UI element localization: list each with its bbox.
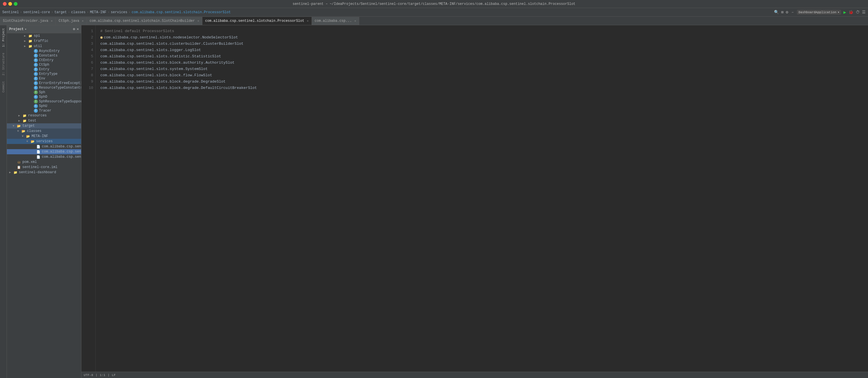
tab-label: com.alibaba.csp.sentinel.slotchain.SlotC…: [90, 19, 195, 23]
tree-item-resources[interactable]: ▶ 📁 resources: [7, 113, 81, 118]
vtab-structure[interactable]: 2: Structure: [1, 50, 6, 78]
tree-item-iml[interactable]: 📋 sentinel-core.iml: [7, 165, 81, 170]
tree-item-services[interactable]: ▼ 📂 services: [7, 139, 81, 144]
run-config[interactable]: DashboardApplication ▾: [797, 10, 841, 14]
folder-open-icon: 📂: [17, 124, 21, 128]
tree-item-resourcetypeconstants[interactable]: C ResourceTypeConstants: [7, 85, 81, 90]
close-icon[interactable]: ✕: [77, 27, 79, 31]
tree-label: sentinel-core.iml: [22, 165, 81, 169]
window-controls[interactable]: [3, 2, 18, 6]
minus-icon[interactable]: －: [790, 10, 795, 15]
tree-item-sphresourcetypesupport[interactable]: I SphResourceTypeSupport: [7, 99, 81, 104]
vtab-commit[interactable]: Commit: [1, 78, 6, 95]
tree-item-ctentry[interactable]: C CtEntry: [7, 58, 81, 62]
dropdown-icon[interactable]: ▾: [838, 10, 840, 14]
class-icon: C: [34, 72, 38, 76]
tree-item-constants[interactable]: C Constants: [7, 53, 81, 58]
expand-arrow[interactable]: ▶: [9, 171, 13, 174]
folder-open-icon: 📂: [30, 139, 35, 144]
tree-item-entrytype[interactable]: C EntryType: [7, 72, 81, 76]
tab-close-icon[interactable]: ✕: [354, 19, 356, 23]
tab-ctsph[interactable]: CtSph.java ✕: [56, 17, 87, 25]
iml-icon: 📋: [17, 165, 21, 170]
layout-icon[interactable]: ⊞: [781, 10, 783, 14]
expand-arrow[interactable]: ▶: [24, 45, 28, 48]
dropdown-icon[interactable]: ▾: [25, 28, 26, 31]
code-editor[interactable]: # Sentinel default ProcessorSlots com.al…: [96, 25, 868, 372]
tree-item-classes[interactable]: ▼ 📂 classes: [7, 128, 81, 134]
tree-item-env[interactable]: C Env: [7, 76, 81, 81]
tab-bar: SlotChainProvider.java ✕ CtSph.java ✕ co…: [0, 17, 868, 25]
debug-button[interactable]: 🐞: [848, 10, 854, 14]
tree-item-pomxml[interactable]: 🗂 pom.xml: [7, 159, 81, 165]
tab-slotchainbuilder[interactable]: com.alibaba.csp.sentinel.slotchain.SlotC…: [87, 17, 203, 25]
breadcrumb-item[interactable]: Sentinel: [2, 10, 19, 14]
tree-item-asyncentry[interactable]: C AsyncEntry: [7, 49, 81, 53]
folder-open-icon: 📂: [21, 129, 26, 133]
expand-arrow[interactable]: ▶: [18, 119, 22, 122]
expand-arrow[interactable]: ▼: [17, 129, 21, 133]
tree-item-sentinel-dashboard[interactable]: ▶ 📁 sentinel-dashboard: [7, 170, 81, 175]
breadcrumb-sep: ›: [68, 10, 70, 14]
expand-arrow[interactable]: ▼: [22, 135, 26, 138]
tree-label: ErrorEntryFreeException: [39, 81, 81, 85]
breadcrumb-item[interactable]: sentinel-core: [23, 10, 50, 14]
expand-arrow[interactable]: ▶: [24, 34, 28, 37]
interface-icon: I: [34, 99, 38, 104]
window-title: sentinel-parent – ~/IdeaProjects/Sentine…: [293, 2, 576, 6]
line-num: 4: [82, 47, 93, 53]
tree-item-target[interactable]: ▼ 📂 target: [7, 123, 81, 128]
breadcrumb-item[interactable]: classes: [71, 10, 86, 14]
minimize-button[interactable]: [8, 2, 12, 6]
gear-icon[interactable]: ⚙: [73, 27, 75, 31]
folder-icon: 📁: [13, 170, 18, 175]
tree-item-sph[interactable]: I Sph: [7, 90, 81, 95]
breadcrumb-active-item[interactable]: com.alibaba.csp.sentinel.slotchain.Proce…: [131, 10, 231, 14]
tree-item-slotchainbuilder[interactable]: 📄 com.alibaba.csp.sentinel.slotchain.Slo…: [7, 154, 81, 159]
top-toolbar: Sentinel › sentinel-core › target › clas…: [0, 8, 868, 17]
expand-arrow[interactable]: ▶: [24, 39, 28, 43]
code-line-5: com.alibaba.csp.sentinel.slots.statistic…: [100, 53, 863, 60]
tree-item-sphu[interactable]: C SphU: [7, 104, 81, 109]
maximize-button[interactable]: [14, 2, 18, 6]
settings-icon[interactable]: ⚙: [786, 10, 788, 14]
breadcrumb-item[interactable]: target: [55, 10, 67, 14]
tree-item-processorslot[interactable]: 📄 com.alibaba.csp.sentinel.slotchain.Pro…: [7, 149, 81, 154]
file-icon: 📄: [36, 149, 41, 154]
tree-label: CtEntry: [39, 58, 81, 62]
folder-icon: 📁: [28, 34, 33, 38]
tab-slotchainprovider[interactable]: SlotChainProvider.java ✕: [0, 17, 56, 25]
tree-label: services: [36, 139, 81, 143]
tab-processorslot[interactable]: com.alibaba.csp.sentinel.slotchain.Proce…: [203, 17, 312, 25]
breadcrumb-sep: ›: [87, 10, 89, 14]
tree-item-errorentryfreeexception[interactable]: C ErrorEntryFreeException: [7, 81, 81, 85]
breadcrumb-item[interactable]: services: [111, 10, 128, 14]
tree-item-metainf[interactable]: ▼ 📂 META-INF: [7, 134, 81, 139]
vtab-project[interactable]: 1: Project: [1, 25, 6, 50]
tab-close-icon[interactable]: ✕: [197, 19, 199, 23]
close-button[interactable]: [3, 2, 7, 6]
tab-close-icon[interactable]: ✕: [51, 19, 53, 23]
search-icon[interactable]: 🔍: [774, 10, 779, 14]
tree-item-initfunc[interactable]: 📄 com.alibaba.csp.sentinel.init.InitFunc: [7, 144, 81, 149]
profile-button[interactable]: ⏱: [856, 10, 860, 14]
tree-label: CtSph: [39, 63, 81, 67]
expand-arrow[interactable]: ▼: [26, 140, 30, 143]
tree-item-tracer[interactable]: C Tracer: [7, 109, 81, 113]
tree-item-entry[interactable]: C Entry: [7, 67, 81, 72]
tree-item-spi[interactable]: ▶ 📁 spi: [7, 33, 81, 38]
tree-item-test[interactable]: ▶ 📁 test: [7, 118, 81, 123]
tab-close-icon[interactable]: ✕: [82, 19, 84, 23]
tree-item-traffic[interactable]: ▶ 📁 traffic: [7, 38, 81, 43]
tree-label: SphResourceTypeSupport: [39, 99, 81, 104]
coverage-button[interactable]: ☰: [862, 10, 866, 14]
expand-arrow[interactable]: ▼: [12, 124, 17, 127]
tree-item-util[interactable]: ▶ 📁 util: [7, 43, 81, 49]
tab-alibaba-extra[interactable]: com.alibaba.csp... ✕: [312, 17, 360, 25]
run-button[interactable]: ▶: [843, 9, 846, 15]
tab-close-icon[interactable]: ✕: [307, 19, 308, 23]
tree-item-ctsph[interactable]: C CtSph: [7, 62, 81, 67]
breadcrumb-item[interactable]: META-INF: [90, 10, 106, 14]
tree-item-spho[interactable]: C SphO: [7, 95, 81, 99]
expand-arrow[interactable]: ▶: [18, 114, 22, 117]
